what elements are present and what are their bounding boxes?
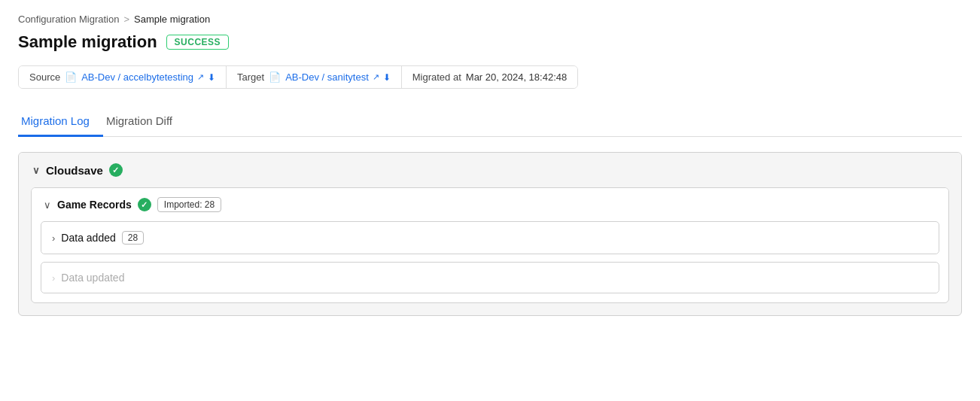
source-external-icon[interactable]: ↗	[197, 72, 204, 82]
data-updated-label: Data updated	[61, 272, 124, 284]
cloudsave-section: ∨ Cloudsave ✓ ∨ Game Records ✓ Imported:…	[18, 152, 962, 316]
cloudsave-status-icon: ✓	[109, 163, 123, 177]
tab-migration-diff[interactable]: Migration Diff	[103, 107, 186, 137]
migrated-at-cell: Migrated at Mar 20, 2024, 18:42:48	[402, 66, 577, 88]
game-records-section-name: Game Records	[57, 199, 132, 211]
game-records-chevron-icon: ∨	[44, 199, 51, 211]
source-file-icon: 📄	[65, 71, 77, 83]
target-value: AB-Dev / sanitytest ↗ ⬇	[285, 71, 391, 83]
migrated-at-value: Mar 20, 2024, 18:42:48	[466, 71, 567, 83]
game-records-imported-badge: Imported: 28	[157, 197, 221, 212]
game-records-section: ∨ Game Records ✓ Imported: 28 › Data add…	[31, 187, 949, 303]
cloudsave-section-header[interactable]: ∨ Cloudsave ✓	[19, 153, 961, 187]
breadcrumb: Configuration Migration > Sample migrati…	[18, 14, 962, 25]
target-cell: Target 📄 AB-Dev / sanitytest ↗ ⬇	[227, 66, 402, 88]
breadcrumb-parent[interactable]: Configuration Migration	[18, 14, 119, 25]
breadcrumb-current: Sample migration	[134, 14, 210, 25]
target-file-icon: 📄	[269, 71, 281, 83]
source-cell: Source 📄 AB-Dev / accelbytetesting ↗ ⬇	[19, 66, 227, 88]
data-updated-chevron-icon: ›	[52, 272, 55, 284]
source-label: Source	[29, 71, 60, 83]
data-added-chevron-icon: ›	[52, 232, 55, 244]
cloudsave-chevron-icon: ∨	[32, 165, 40, 176]
game-records-section-header[interactable]: ∨ Game Records ✓ Imported: 28	[32, 188, 948, 221]
source-link[interactable]: AB-Dev / accelbytetesting	[81, 71, 193, 83]
data-updated-subsection: › Data updated	[41, 262, 939, 293]
source-value: AB-Dev / accelbytetesting ↗ ⬇	[81, 71, 215, 83]
migrated-at-label: Migrated at	[412, 71, 461, 83]
status-badge: SUCCESS	[166, 35, 230, 50]
page-title: Sample migration	[18, 32, 157, 52]
tabs: Migration Log Migration Diff	[18, 107, 962, 137]
data-added-count-badge: 28	[122, 231, 144, 245]
cloudsave-section-name: Cloudsave	[46, 164, 103, 177]
target-link[interactable]: AB-Dev / sanitytest	[285, 71, 369, 83]
source-download-icon[interactable]: ⬇	[208, 72, 215, 83]
target-label: Target	[237, 71, 264, 83]
sub-sections: › Data added 28 › Data updated	[32, 221, 948, 302]
meta-bar: Source 📄 AB-Dev / accelbytetesting ↗ ⬇ T…	[18, 65, 578, 89]
breadcrumb-separator: >	[123, 14, 129, 25]
game-records-status-icon: ✓	[138, 198, 151, 211]
target-external-icon[interactable]: ↗	[373, 72, 379, 82]
data-added-label: Data added	[61, 232, 115, 244]
data-updated-header[interactable]: › Data updated	[41, 263, 939, 293]
data-added-header[interactable]: › Data added 28	[41, 222, 939, 254]
page-header: Sample migration SUCCESS	[18, 32, 962, 52]
tab-migration-log[interactable]: Migration Log	[18, 107, 103, 137]
target-download-icon[interactable]: ⬇	[383, 72, 391, 83]
data-added-subsection: › Data added 28	[41, 221, 939, 254]
